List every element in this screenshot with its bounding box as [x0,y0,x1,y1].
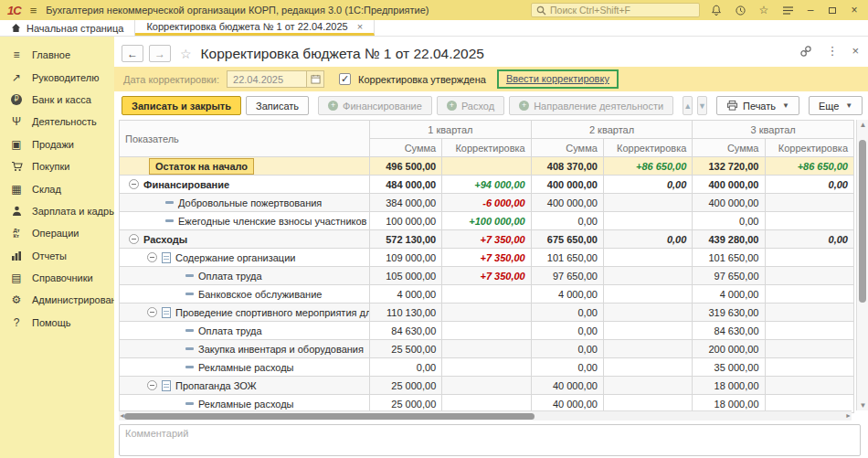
adjustment-value-cell[interactable]: +7 350,00 [442,249,531,267]
table-row[interactable]: Финансирование484 000,00+94 000,00400 00… [120,176,854,194]
sidebar-item-briefcase[interactable]: ▣Продажи [0,133,114,155]
sum-value-cell[interactable]: 0,00 [693,212,765,230]
vertical-scroll-thumb[interactable] [859,140,866,303]
sum-value-cell[interactable]: 496 500,00 [370,157,442,176]
sub-header-sum[interactable]: Сумма [370,139,442,157]
add-expense-button[interactable]: +Расход [437,96,504,115]
adjustment-value-cell[interactable] [603,285,692,304]
sum-value-cell[interactable]: 400 000,00 [693,176,765,194]
sum-value-cell[interactable]: 0,00 [531,212,603,230]
sum-value-cell[interactable]: 97 650,00 [693,267,765,285]
adjustment-value-cell[interactable]: +94 000,00 [442,176,531,194]
scroll-down-icon[interactable]: ▼ [857,401,868,410]
adjustment-value-cell[interactable] [603,322,692,340]
adjustment-value-cell[interactable] [603,377,692,395]
collapse-toggle-icon[interactable] [147,307,157,317]
sub-header-adjustment[interactable]: Корректировка [603,139,692,157]
adjustment-value-cell[interactable]: -6 000,00 [442,194,531,212]
adjustment-value-cell[interactable] [765,358,854,377]
budget-table[interactable]: Показатель 1 квартал2 квартал3 квартал С… [119,120,854,413]
table-row[interactable]: Ежегодные членские взносы участников100 … [120,212,854,230]
sum-value-cell[interactable]: 484 000,00 [370,176,442,194]
vertical-scrollbar[interactable]: ▲ ▼ [856,120,868,410]
sidebar-item-warehouse[interactable]: ▦Склад [0,177,114,199]
adjustment-value-cell[interactable] [765,212,854,230]
sum-value-cell[interactable]: 97 650,00 [531,267,603,285]
sum-value-cell[interactable]: 319 630,00 [693,304,765,322]
sum-value-cell[interactable]: 100 000,00 [370,212,442,230]
sum-value-cell[interactable]: 200 000,00 [693,340,765,358]
adjustment-value-cell[interactable] [765,322,854,340]
sum-value-cell[interactable]: 4 000,00 [370,285,442,304]
adjustment-value-cell[interactable]: 0,00 [765,176,854,194]
adjustment-value-cell[interactable]: +86 650,00 [765,157,854,176]
close-document-icon[interactable]: × [852,44,859,58]
move-down-button[interactable]: ▼ [697,96,707,115]
sum-value-cell[interactable]: 400 000,00 [693,194,765,212]
move-up-button[interactable]: ▲ [683,96,693,115]
adjustment-value-cell[interactable] [442,358,531,377]
back-button[interactable]: ← [122,45,143,62]
table-row[interactable]: Оплата труда84 630,000,0084 630,00 [120,322,854,340]
minimize-button[interactable]: – [804,4,817,16]
sum-value-cell[interactable]: 18 000,00 [693,377,765,395]
sidebar-item-ruble-coin[interactable]: ₽Банк и касса [0,89,114,111]
adjustment-value-cell[interactable] [442,285,531,304]
adjustment-value-cell[interactable] [765,267,854,285]
adjustment-value-cell[interactable]: +7 350,00 [442,267,531,285]
approved-checkbox[interactable]: ✓ [339,73,351,85]
sum-value-cell[interactable]: 0,00 [370,358,442,377]
add-financing-button[interactable]: +Финансирование [318,96,432,115]
favorites-star-icon[interactable]: ☆ [757,4,771,16]
adjustment-value-cell[interactable]: 0,00 [603,230,692,249]
sum-value-cell[interactable]: 105 000,00 [370,267,442,285]
sidebar-item-help[interactable]: ?Помощь [0,312,114,334]
adjustment-value-cell[interactable] [603,249,692,267]
column-header-indicator[interactable]: Показатель [120,121,370,157]
sum-value-cell[interactable]: 0,00 [531,340,603,358]
notifications-bell-icon[interactable] [709,5,724,16]
get-link-icon[interactable] [799,45,812,58]
save-and-close-button[interactable]: Записать и закрыть [122,96,241,115]
sum-value-cell[interactable]: 439 280,00 [693,230,765,249]
adjustment-value-cell[interactable] [442,377,531,395]
sum-value-cell[interactable]: 0,00 [531,304,603,322]
quarter-header-3[interactable]: 3 квартал [693,121,854,139]
more-dots-icon[interactable]: ⋮ [826,44,838,58]
table-row[interactable]: Оплата труда105 000,00+7 350,0097 650,00… [120,267,854,285]
sum-value-cell[interactable]: 84 630,00 [370,322,442,340]
sum-value-cell[interactable]: 572 130,00 [370,230,442,249]
sidebar-item-gear[interactable]: ⚙Администрирование [0,289,114,311]
tab-close-icon[interactable]: × [357,21,363,32]
table-row[interactable]: Остаток на начало496 500,00408 370,00+86… [120,157,854,176]
sub-header-sum[interactable]: Сумма [531,139,603,157]
forward-button[interactable]: → [149,45,171,62]
save-button[interactable]: Записать [246,96,309,115]
adjustment-value-cell[interactable] [603,194,692,212]
sum-value-cell[interactable]: 675 650,00 [531,230,603,249]
adjustment-value-cell[interactable] [442,340,531,358]
sidebar-item-trend[interactable]: ↗Руководителю [0,66,114,88]
calendar-picker-button[interactable] [307,70,324,88]
sub-header-adjustment[interactable]: Корректировка [442,139,531,157]
sidebar-item-person[interactable]: Зарплата и кадры [0,200,114,222]
sidebar-item-menu[interactable]: ≡Главное [0,44,114,66]
quarter-header-2[interactable]: 2 квартал [531,121,693,139]
sum-value-cell[interactable]: 109 000,00 [370,249,442,267]
sum-value-cell[interactable]: 110 130,00 [370,304,442,322]
sum-value-cell[interactable]: 4 000,00 [693,285,765,304]
sum-value-cell[interactable]: 408 370,00 [531,157,603,176]
sidebar-item-activity[interactable]: ΨДеятельность [0,111,114,133]
sidebar-item-dt-kt[interactable]: ДтКтОперации [0,222,114,244]
sum-value-cell[interactable]: 400 000,00 [531,176,603,194]
sum-value-cell[interactable]: 84 630,00 [693,322,765,340]
horizontal-scroll-thumb[interactable] [124,413,535,420]
table-row[interactable]: Рекламные расходы0,000,0035 000,00 [120,358,854,377]
close-window-button[interactable]: × [848,4,861,16]
sum-value-cell[interactable]: 0,00 [531,322,603,340]
tab-home[interactable]: Начальная страница [0,20,135,36]
enter-adjustment-link[interactable]: Ввести корректировку [506,73,609,84]
print-button[interactable]: Печать▼ [716,96,799,115]
sum-value-cell[interactable]: 132 720,00 [693,157,765,176]
sum-value-cell[interactable]: 0,00 [531,358,603,377]
